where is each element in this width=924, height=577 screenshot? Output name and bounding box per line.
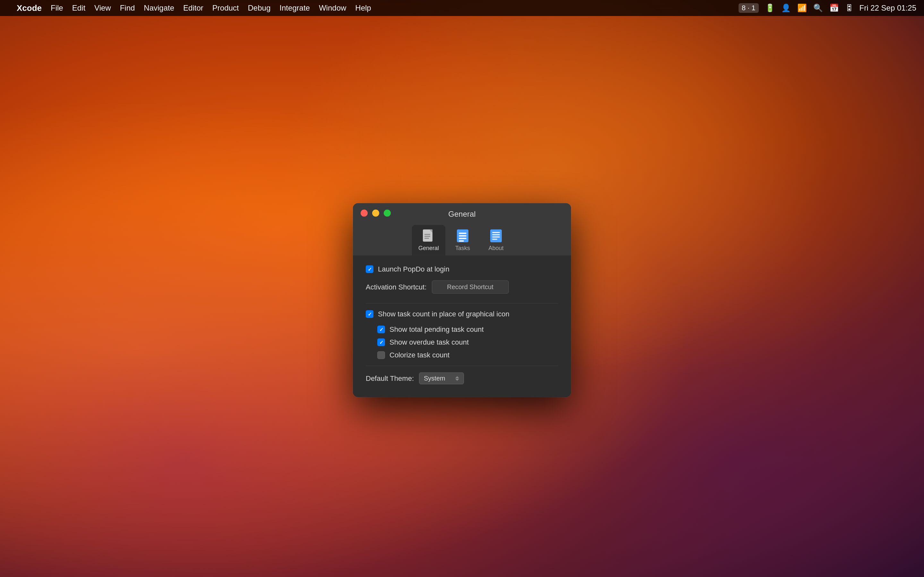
account-icon[interactable]: 👤 bbox=[781, 3, 791, 13]
default-theme-row: Default Theme: System bbox=[366, 372, 558, 384]
window-content: Launch PopDo at login Activation Shortcu… bbox=[353, 255, 571, 397]
theme-select-value: System bbox=[424, 375, 445, 382]
show-pending-checkbox[interactable] bbox=[377, 326, 385, 334]
menubar: Xcode File Edit View Find Navigate Edito… bbox=[0, 0, 924, 16]
menubar-app-name[interactable]: Xcode bbox=[17, 3, 42, 13]
svg-rect-11 bbox=[492, 232, 500, 233]
window-minimize-button[interactable] bbox=[372, 210, 379, 217]
tab-about[interactable]: About bbox=[480, 225, 512, 255]
default-theme-select[interactable]: System bbox=[419, 372, 464, 384]
svg-rect-3 bbox=[425, 236, 430, 237]
menubar-datetime: Fri 22 Sep 01:25 bbox=[859, 3, 916, 13]
svg-rect-7 bbox=[459, 235, 467, 237]
menubar-edit[interactable]: Edit bbox=[72, 3, 86, 13]
window-controls bbox=[360, 210, 391, 217]
svg-rect-14 bbox=[492, 239, 497, 240]
svg-rect-12 bbox=[492, 234, 500, 235]
controls-icon[interactable]: 🎛 bbox=[845, 3, 853, 13]
show-task-count-label: Show task count in place of graphical ic… bbox=[378, 310, 509, 318]
menubar-badge: 8 · 1 bbox=[738, 3, 759, 13]
show-overdue-checkbox[interactable] bbox=[377, 338, 385, 346]
tasks-tab-label: Tasks bbox=[455, 245, 470, 251]
default-theme-label: Default Theme: bbox=[366, 374, 414, 382]
wifi-icon[interactable]: 📶 bbox=[797, 3, 807, 13]
show-overdue-label: Show overdue task count bbox=[389, 338, 469, 347]
window-title: General bbox=[448, 210, 475, 219]
general-tab-label: General bbox=[418, 245, 439, 251]
svg-rect-9 bbox=[459, 240, 464, 242]
svg-rect-2 bbox=[425, 234, 430, 235]
launch-at-login-checkbox[interactable] bbox=[366, 266, 373, 273]
colorize-row: Colorize task count bbox=[377, 351, 558, 359]
menubar-integrate[interactable]: Integrate bbox=[279, 3, 310, 13]
menubar-find[interactable]: Find bbox=[120, 3, 135, 13]
activation-shortcut-label: Activation Shortcut: bbox=[366, 283, 427, 291]
menubar-debug[interactable]: Debug bbox=[248, 3, 271, 13]
svg-rect-13 bbox=[492, 237, 500, 237]
calendar-icon[interactable]: 📅 bbox=[829, 3, 839, 13]
menubar-right: 8 · 1 🔋 👤 📶 🔍 📅 🎛 Fri 22 Sep 01:25 bbox=[738, 3, 916, 13]
menubar-file[interactable]: File bbox=[51, 3, 63, 13]
svg-rect-6 bbox=[459, 233, 467, 234]
show-task-count-row: Show task count in place of graphical ic… bbox=[366, 310, 558, 318]
svg-rect-0 bbox=[423, 229, 433, 242]
menubar-window[interactable]: Window bbox=[319, 3, 346, 13]
preferences-window: General General bbox=[353, 203, 571, 397]
svg-rect-4 bbox=[425, 238, 429, 239]
menubar-editor[interactable]: Editor bbox=[183, 3, 204, 13]
menubar-navigate[interactable]: Navigate bbox=[144, 3, 174, 13]
show-pending-row: Show total pending task count bbox=[377, 326, 558, 334]
colorize-label: Colorize task count bbox=[389, 351, 449, 359]
menubar-product[interactable]: Product bbox=[212, 3, 239, 13]
show-overdue-row: Show overdue task count bbox=[377, 338, 558, 347]
launch-at-login-label: Launch PopDo at login bbox=[378, 265, 449, 274]
separator-2 bbox=[366, 366, 558, 366]
search-icon[interactable]: 🔍 bbox=[813, 3, 823, 13]
about-tab-label: About bbox=[488, 245, 503, 251]
menubar-help[interactable]: Help bbox=[355, 3, 371, 13]
tab-tasks[interactable]: Tasks bbox=[447, 225, 479, 255]
show-task-count-checkbox[interactable] bbox=[366, 310, 373, 318]
tasks-tab-icon bbox=[456, 229, 470, 243]
window-close-button[interactable] bbox=[360, 210, 368, 217]
show-pending-label: Show total pending task count bbox=[389, 326, 484, 334]
tab-general[interactable]: General bbox=[412, 225, 445, 255]
svg-rect-8 bbox=[459, 238, 467, 239]
menubar-left: Xcode File Edit View Find Navigate Edito… bbox=[8, 3, 371, 13]
colorize-checkbox[interactable] bbox=[377, 351, 385, 359]
about-tab-icon bbox=[489, 229, 503, 243]
battery-icon: 🔋 bbox=[765, 3, 775, 13]
chevron-down-icon bbox=[455, 379, 459, 380]
window-toolbar: General Tasks bbox=[399, 225, 525, 255]
menubar-view[interactable]: View bbox=[94, 3, 111, 13]
general-tab-icon bbox=[422, 229, 436, 243]
window-titlebar: General General bbox=[353, 203, 571, 255]
launch-at-login-row: Launch PopDo at login bbox=[366, 265, 558, 274]
record-shortcut-button[interactable]: Record Shortcut bbox=[432, 280, 509, 293]
activation-shortcut-row: Activation Shortcut: Record Shortcut bbox=[366, 280, 558, 293]
chevron-up-icon bbox=[455, 376, 459, 378]
window-maximize-button[interactable] bbox=[384, 210, 391, 217]
theme-select-chevrons bbox=[455, 376, 459, 380]
svg-rect-10 bbox=[490, 229, 502, 242]
